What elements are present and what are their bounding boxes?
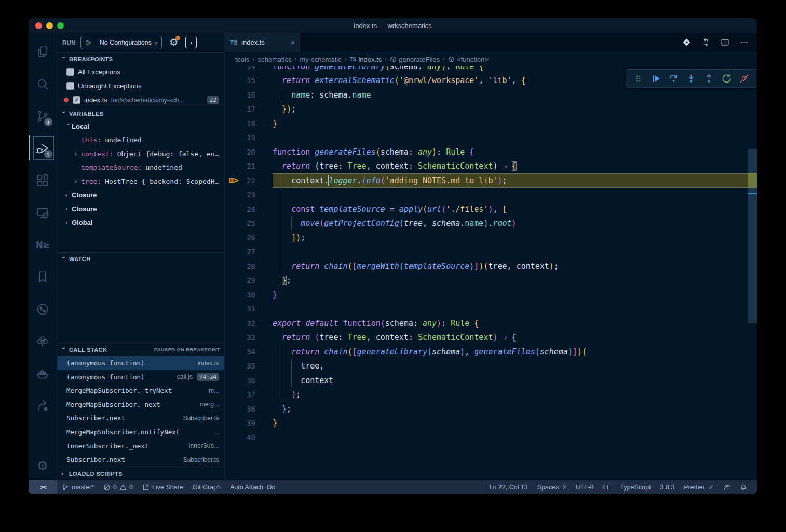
launch-config-dropdown[interactable]: No Configurations › bbox=[80, 36, 162, 49]
status-git-graph[interactable]: Git Graph bbox=[188, 480, 225, 494]
close-tab-icon[interactable]: × bbox=[291, 38, 295, 47]
code-line-25[interactable]: 25 move(getProjectConfig(tree, schema.na… bbox=[225, 216, 757, 231]
variable-row[interactable]: this:undefined bbox=[57, 133, 224, 147]
breadcrumb-item-myschematic[interactable]: my-schematic bbox=[300, 56, 342, 63]
gutter[interactable]: 29 bbox=[225, 274, 273, 288]
call-stack-section-header[interactable]: › CALL STACK PAUSED ON BREAKPOINT bbox=[57, 343, 224, 356]
call-stack-frame[interactable]: MergeMapSubscriber.notifyNext... bbox=[57, 425, 224, 439]
breakpoints-section-header[interactable]: › BREAKPOINTS bbox=[57, 52, 224, 65]
activity-item-todo-tree[interactable] bbox=[29, 325, 57, 358]
gutter[interactable]: 25 bbox=[225, 216, 273, 231]
code-line-content[interactable]: ); bbox=[273, 388, 757, 402]
activity-item-source-control[interactable]: 3 bbox=[29, 100, 57, 132]
code-line-content[interactable]: const templateSource = apply(url('./file… bbox=[273, 202, 757, 216]
status-remote-indicator[interactable]: >< bbox=[29, 480, 57, 494]
code-line-content[interactable] bbox=[273, 302, 757, 317]
code-editor[interactable]: 14function generateLibrary(schema: any):… bbox=[225, 66, 757, 480]
split-editor-button[interactable] bbox=[721, 38, 729, 47]
gutter[interactable]: 26 bbox=[225, 230, 273, 245]
breadcrumb-item-generateFiles[interactable]: generateFiles bbox=[390, 56, 440, 63]
code-line-38[interactable]: 38 }; bbox=[225, 402, 757, 416]
breakpoint-checkbox[interactable] bbox=[66, 68, 74, 76]
variable-row[interactable]: ›tree:HostTree {_backend: ScopedH… bbox=[57, 174, 224, 188]
code-line-30[interactable]: 30} bbox=[225, 288, 757, 302]
gutter[interactable]: 23 bbox=[225, 188, 273, 202]
status-feedback[interactable] bbox=[719, 480, 735, 494]
gutter[interactable]: 24 bbox=[225, 202, 273, 216]
activity-item-manage[interactable]: ⚙ bbox=[29, 451, 57, 480]
status-problems[interactable]: 00 bbox=[99, 480, 138, 494]
code-line-23[interactable]: 23 bbox=[225, 188, 757, 202]
breadcrumb-item-indexts[interactable]: TSindex.ts bbox=[350, 56, 382, 63]
activity-item-explorer[interactable] bbox=[29, 36, 57, 68]
variable-row[interactable]: ›context:Object {debug: false, en… bbox=[57, 147, 224, 161]
code-line-20[interactable]: 20function generateFiles(schema: any): R… bbox=[225, 145, 757, 159]
gutter[interactable]: 35 bbox=[225, 359, 273, 374]
variable-row[interactable]: templateSource:undefined bbox=[57, 161, 224, 175]
variable-scope-row[interactable]: ›Global bbox=[57, 216, 224, 230]
gutter[interactable]: 22 bbox=[225, 173, 273, 188]
breakpoint-row[interactable]: Uncaught Exceptions bbox=[57, 79, 224, 93]
start-debug-icon[interactable] bbox=[85, 39, 92, 46]
continue-button[interactable] bbox=[649, 72, 662, 85]
code-line-33[interactable]: 33 return (tree: Tree, context: Schemati… bbox=[225, 331, 757, 345]
drag-handle-button[interactable] bbox=[631, 72, 645, 85]
step-into-button[interactable] bbox=[684, 72, 698, 85]
code-line-18[interactable]: 18} bbox=[225, 116, 757, 131]
breakpoint-row[interactable]: All Exceptions bbox=[57, 65, 224, 79]
status-language-mode[interactable]: TypeScript bbox=[615, 480, 655, 494]
disconnect-button[interactable] bbox=[737, 72, 751, 85]
step-over-button[interactable] bbox=[667, 72, 680, 85]
gutter[interactable]: 32 bbox=[225, 316, 273, 331]
gutter[interactable]: 18 bbox=[225, 116, 273, 131]
gutter[interactable]: 14 bbox=[225, 66, 273, 74]
code-line-39[interactable]: 39} bbox=[225, 416, 757, 431]
code-line-content[interactable]: context bbox=[273, 373, 757, 388]
code-line-24[interactable]: 24 const templateSource = apply(url('./f… bbox=[225, 202, 757, 216]
watch-section-header[interactable]: › WATCH bbox=[57, 252, 224, 265]
code-line-content[interactable]: } bbox=[273, 416, 757, 431]
code-line-content[interactable]: } bbox=[273, 116, 757, 131]
code-line-36[interactable]: 36 context bbox=[225, 373, 757, 388]
call-stack-frame[interactable]: MergeMapSubscriber._nextmerg... bbox=[57, 398, 224, 412]
code-line-content[interactable]: ]); bbox=[273, 230, 757, 245]
breakpoint-checkbox[interactable] bbox=[66, 82, 74, 90]
call-stack-frame[interactable]: (anonymous function)index.ts bbox=[57, 356, 224, 370]
activity-item-bookmarks[interactable] bbox=[29, 261, 57, 293]
code-line-content[interactable]: function generateFiles(schema: any): Rul… bbox=[273, 145, 757, 159]
code-line-32[interactable]: 32export default function(schema: any): … bbox=[225, 316, 757, 331]
code-line-27[interactable]: 27 bbox=[225, 245, 757, 260]
call-stack-frame[interactable]: Subscriber.nextSubscriber.ts bbox=[57, 453, 224, 467]
call-stack-frame[interactable]: Subscriber.nextSubscriber.ts bbox=[57, 412, 224, 426]
status-eol[interactable]: LF bbox=[599, 480, 616, 494]
code-line-content[interactable]: return (tree: Tree, context: SchematicCo… bbox=[273, 159, 757, 174]
breakpoint-checkbox[interactable]: ✓ bbox=[73, 96, 80, 104]
activity-item-git-graph[interactable] bbox=[29, 293, 57, 325]
code-line-16[interactable]: 16 name: schema.name bbox=[225, 88, 757, 102]
status-ts-version[interactable]: 3.8.3 bbox=[655, 480, 679, 494]
code-line-26[interactable]: 26 ]); bbox=[225, 230, 757, 245]
variable-scope-row[interactable]: ›Closure bbox=[57, 188, 224, 202]
gutter[interactable]: 38 bbox=[225, 402, 273, 416]
restart-button[interactable] bbox=[720, 72, 733, 85]
code-line-content[interactable] bbox=[273, 188, 757, 202]
status-prettier[interactable]: Prettier: ✓ bbox=[679, 480, 719, 494]
gutter[interactable]: 33 bbox=[225, 331, 273, 345]
gutter[interactable]: 40 bbox=[225, 430, 273, 445]
gutter[interactable]: 36 bbox=[225, 373, 273, 388]
call-stack-frame[interactable]: MergeMapSubscriber._tryNextm... bbox=[57, 384, 224, 398]
code-line-content[interactable] bbox=[273, 245, 757, 260]
code-line-content[interactable]: }; bbox=[273, 402, 757, 416]
activity-item-run-and-debug[interactable]: 1 bbox=[29, 132, 57, 165]
call-stack-frame[interactable]: (anonymous function)call.js74:24 bbox=[57, 370, 224, 384]
open-changes-button[interactable] bbox=[682, 38, 691, 47]
gutter[interactable]: 21 bbox=[225, 159, 273, 174]
code-line-21[interactable]: 21 return (tree: Tree, context: Schemati… bbox=[225, 159, 757, 174]
sync-changes-button[interactable] bbox=[701, 38, 710, 47]
code-line-35[interactable]: 35 tree, bbox=[225, 359, 757, 374]
status-indentation[interactable]: Spaces: 2 bbox=[533, 480, 571, 494]
code-line-29[interactable]: 29 }; bbox=[225, 274, 757, 288]
activity-item-extensions[interactable] bbox=[29, 165, 57, 197]
call-stack-frame[interactable]: InnerSubscriber._nextInnerSub... bbox=[57, 439, 224, 453]
activity-item-remote-explorer[interactable] bbox=[29, 197, 57, 229]
